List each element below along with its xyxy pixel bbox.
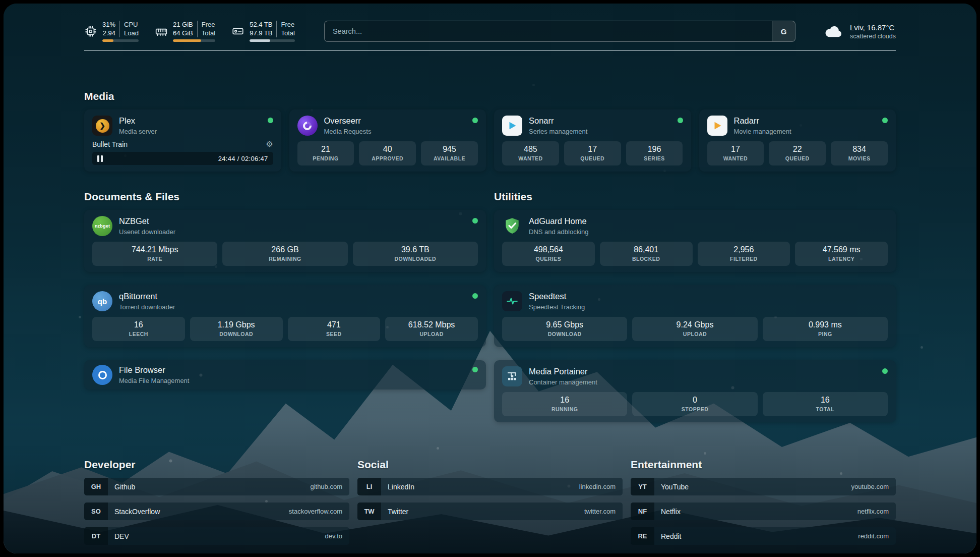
- app-card-filebrowser[interactable]: File Browser Media File Management: [84, 360, 486, 389]
- overseerr-icon: [297, 116, 318, 136]
- cpu-label: CPU: [119, 21, 139, 29]
- stat-available: 945 AVAILABLE: [421, 141, 478, 165]
- bookmark-dev[interactable]: DT DEV dev.to: [84, 527, 349, 545]
- app-card-qbittorrent[interactable]: qb qBittorrent Torrent downloader 16 LEE…: [84, 285, 486, 347]
- app-card-sonarr[interactable]: Sonarr Series management 485 WANTED 17 Q…: [494, 109, 691, 172]
- stat-ping: 0.993 ms PING: [763, 317, 888, 341]
- playback-progress-track[interactable]: [107, 154, 214, 162]
- app-card-radarr[interactable]: Radarr Movie management 17 WANTED 22 QUE…: [699, 109, 896, 172]
- bookmark-abbr: TW: [357, 503, 381, 520]
- bookmark-abbr: NF: [631, 503, 654, 520]
- bookmark-reddit[interactable]: RE Reddit reddit.com: [631, 527, 896, 545]
- bookmark-abbr: SO: [84, 503, 108, 520]
- stat-approved: 40 APPROVED: [359, 141, 416, 165]
- stat-running: 16 RUNNING: [502, 392, 627, 416]
- disk-total-value: 97.9 TB: [250, 29, 276, 37]
- cpu-percent: 31%: [102, 21, 119, 29]
- app-card-portainer[interactable]: Media Portainer Container management 16 …: [494, 360, 896, 422]
- app-description: Torrent downloader: [119, 303, 175, 311]
- app-name: Sonarr: [529, 116, 587, 126]
- bookmark-abbr: LI: [357, 478, 381, 495]
- stat-movies: 834 MOVIES: [831, 141, 888, 165]
- cpu-icon: [84, 25, 97, 38]
- bookmark-url: twitter.com: [584, 508, 623, 515]
- bookmark-url: dev.to: [325, 532, 349, 540]
- section-developer: Developer GH Github github.com SO StackO…: [84, 459, 349, 545]
- disk-total-label: Total: [276, 29, 294, 37]
- stat-leech: 16 LEECH: [92, 317, 185, 341]
- app-description: Container management: [529, 378, 597, 386]
- app-name: Plex: [119, 116, 157, 126]
- memory-icon: [155, 25, 168, 38]
- plex-settings-icon[interactable]: ⚙: [266, 140, 273, 148]
- bookmark-stackoverflow[interactable]: SO StackOverflow stackoverflow.com: [84, 503, 349, 520]
- disk-progress-bar: [250, 39, 295, 42]
- nzbget-icon: nzbget: [92, 216, 112, 236]
- bookmark-youtube[interactable]: YT YouTube youtube.com: [631, 478, 896, 495]
- pause-button[interactable]: [97, 155, 103, 162]
- bookmark-netflix[interactable]: NF Netflix netflix.com: [631, 503, 896, 520]
- bookmark-name: Twitter: [381, 508, 408, 516]
- stat-upload: 9.24 Gbps UPLOAD: [632, 317, 757, 341]
- bookmark-github[interactable]: GH Github github.com: [84, 478, 349, 495]
- stat-filtered: 2,956 FILTERED: [698, 242, 790, 266]
- app-card-nzbget[interactable]: nzbget NZBGet Usenet downloader 744.21 M…: [84, 210, 486, 272]
- cpu-usage-widget: 31% CPU 2.94 Load: [84, 21, 139, 42]
- app-name: Radarr: [734, 116, 791, 126]
- memory-total-value: 64 GiB: [173, 29, 197, 37]
- memory-total-label: Total: [197, 29, 215, 37]
- section-documents: Documents & Files nzbget NZBGet Usenet d…: [84, 191, 486, 389]
- stat-remaining: 266 GB REMAINING: [222, 242, 347, 266]
- bookmark-name: DEV: [108, 532, 129, 540]
- stat-rate: 744.21 Mbps RATE: [92, 242, 217, 266]
- app-card-adguard[interactable]: AdGuard Home DNS and adblocking 498,564 …: [494, 210, 896, 272]
- media-section-title: Media: [84, 90, 896, 102]
- resource-widgets: 31% CPU 2.94 Load 21 GiB: [84, 21, 295, 42]
- app-card-speedtest[interactable]: Speedtest Speedtest Tracking 9.65 Gbps D…: [494, 285, 896, 347]
- app-description: DNS and adblocking: [529, 228, 589, 236]
- app-description: Usenet downloader: [119, 228, 175, 236]
- section-social: Social LI LinkedIn linkedin.com TW Twitt…: [357, 459, 623, 545]
- documents-section-title: Documents & Files: [84, 191, 486, 203]
- section-media: Media ❯ Plex Media server Bullet Train: [84, 90, 896, 172]
- cpu-load-value: 2.94: [102, 29, 119, 37]
- search-input[interactable]: [325, 21, 772, 41]
- bookmark-twitter[interactable]: TW Twitter twitter.com: [357, 503, 623, 520]
- bookmark-url: reddit.com: [858, 532, 896, 540]
- app-description: Series management: [529, 128, 587, 135]
- radarr-icon: [707, 116, 727, 136]
- app-description: Movie management: [734, 128, 791, 135]
- snow-specks: [4, 4, 5, 5]
- dashboard-screen: 31% CPU 2.94 Load 21 GiB: [4, 4, 976, 553]
- bookmark-url: linkedin.com: [579, 483, 623, 490]
- memory-free-value: 21 GiB: [173, 21, 197, 29]
- now-playing-title: Bullet Train: [92, 140, 128, 148]
- bookmark-abbr: GH: [84, 478, 108, 495]
- stat-blocked: 86,401 BLOCKED: [600, 242, 693, 266]
- app-description: Media File Management: [119, 377, 189, 384]
- bookmark-name: Netflix: [654, 508, 681, 516]
- weather-widget: Lviv, 16.87°C scattered clouds: [824, 23, 896, 40]
- app-card-overseerr[interactable]: Overseerr Media Requests 21 PENDING 40 A…: [289, 109, 486, 172]
- bookmark-name: Reddit: [654, 532, 681, 540]
- entertainment-section-title: Entertainment: [631, 459, 896, 471]
- app-description: Media server: [119, 128, 157, 135]
- bookmark-abbr: RE: [631, 527, 654, 545]
- stat-total: 16 TOTAL: [763, 392, 888, 416]
- weather-location: Lviv, 16.87°C: [850, 23, 896, 32]
- bookmark-linkedin[interactable]: LI LinkedIn linkedin.com: [357, 478, 623, 495]
- app-card-plex[interactable]: ❯ Plex Media server Bullet Train ⚙: [84, 109, 281, 172]
- search-engine-button[interactable]: G: [772, 21, 795, 41]
- adguard-icon: [502, 216, 522, 236]
- playback-time: 24:44 / 02:06:47: [218, 155, 268, 162]
- section-utilities: Utilities AdGuard Home DNS and adblockin…: [494, 191, 896, 422]
- status-online-dot: [268, 118, 273, 123]
- search-bar: G: [324, 21, 795, 42]
- stat-wanted: 485 WANTED: [502, 141, 559, 165]
- memory-usage-widget: 21 GiB Free 64 GiB Total: [155, 21, 215, 42]
- stat-queued: 22 QUEUED: [769, 141, 826, 165]
- memory-free-label: Free: [197, 21, 215, 29]
- weather-condition: scattered clouds: [850, 33, 896, 40]
- app-name: Media Portainer: [529, 367, 597, 377]
- utilities-section-title: Utilities: [494, 191, 896, 203]
